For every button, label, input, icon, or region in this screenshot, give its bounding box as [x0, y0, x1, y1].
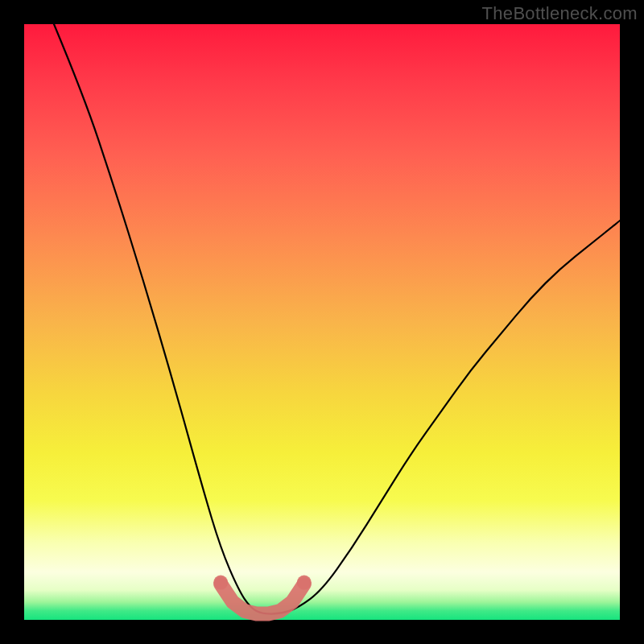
watermark-text: TheBottleneck.com — [482, 3, 638, 24]
plot-area — [24, 24, 620, 620]
curve-svg — [24, 24, 620, 620]
svg-point-1 — [297, 576, 312, 590]
svg-point-0 — [213, 576, 228, 590]
chart-frame: TheBottleneck.com — [0, 0, 644, 644]
bottleneck-curve — [54, 24, 620, 614]
